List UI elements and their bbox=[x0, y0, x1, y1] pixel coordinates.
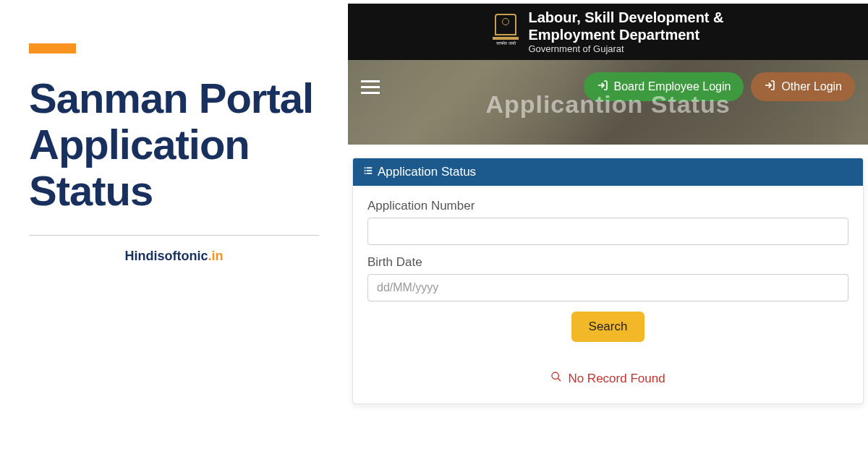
svg-rect-2 bbox=[365, 167, 366, 168]
svg-rect-3 bbox=[367, 167, 373, 168]
banner-title-wrap: Applicantion Status bbox=[348, 90, 868, 119]
page-title: Sanman Portal Application Status bbox=[29, 75, 319, 213]
magnifier-icon bbox=[550, 371, 562, 386]
source-name: Hindisoftonic bbox=[125, 249, 208, 263]
department-text: Labour, Skill Development & Employment D… bbox=[528, 9, 723, 55]
birth-date-label: Birth Date bbox=[367, 255, 848, 270]
application-number-input[interactable] bbox=[367, 218, 848, 245]
panel-body: Application Number Birth Date Search No … bbox=[353, 186, 863, 403]
list-icon bbox=[363, 165, 373, 179]
svg-rect-6 bbox=[365, 173, 366, 174]
svg-rect-7 bbox=[367, 173, 373, 174]
banner-title: Applicantion Status bbox=[485, 90, 730, 118]
accent-bar bbox=[29, 43, 76, 53]
no-record-text: No Record Found bbox=[568, 372, 665, 386]
department-header: सत्यमेव जयते Labour, Skill Development &… bbox=[348, 4, 868, 60]
panel-header: Application Status bbox=[353, 158, 863, 186]
department-line1: Labour, Skill Development & bbox=[528, 9, 723, 26]
result-message: No Record Found bbox=[367, 371, 848, 386]
left-panel: Sanman Portal Application Status Hindiso… bbox=[0, 0, 348, 454]
application-number-label: Application Number bbox=[367, 199, 848, 213]
svg-line-9 bbox=[558, 378, 561, 381]
divider bbox=[29, 235, 319, 236]
department-line2: Employment Department bbox=[528, 26, 723, 43]
department-sub: Government of Gujarat bbox=[528, 43, 723, 55]
svg-point-8 bbox=[552, 372, 558, 379]
search-button[interactable]: Search bbox=[571, 312, 645, 342]
panel-title: Application Status bbox=[378, 165, 476, 179]
source-tld: .in bbox=[208, 249, 224, 263]
right-panel: सत्यमेव जयते Labour, Skill Development &… bbox=[348, 0, 868, 454]
birth-date-input[interactable] bbox=[367, 274, 848, 301]
panel-wrap: Application Status Application Number Bi… bbox=[348, 145, 868, 404]
application-status-panel: Application Status Application Number Bi… bbox=[352, 158, 864, 404]
search-row: Search bbox=[367, 312, 848, 342]
banner: सत्यमेव जयते Labour, Skill Development &… bbox=[348, 4, 868, 145]
emblem-icon: सत्यमेव जयते bbox=[492, 14, 519, 50]
svg-rect-5 bbox=[367, 170, 373, 171]
application-number-group: Application Number bbox=[367, 199, 848, 245]
svg-rect-4 bbox=[365, 170, 366, 171]
source-attribution: Hindisoftonic.in bbox=[29, 249, 319, 264]
birth-date-group: Birth Date bbox=[367, 255, 848, 301]
